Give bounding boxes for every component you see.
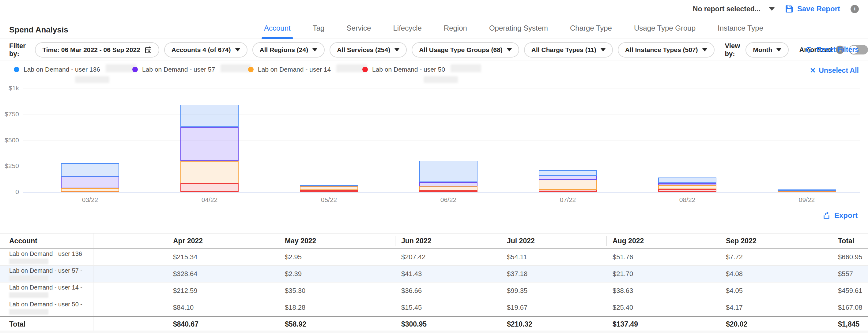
gridline-0 — [23, 192, 860, 193]
bar-segment-lab-on-demand-user-14[interactable] — [419, 187, 477, 190]
total-cell-sep-2022: $20.02 — [720, 320, 832, 328]
bar-group-07-22 — [539, 81, 597, 192]
cell-total: $557 — [832, 270, 868, 278]
legend-item-lab-on-demand-user-57[interactable]: Lab on Demand - user 57 — [132, 66, 251, 73]
column-header-sep-2022: Sep 2022 — [720, 234, 832, 248]
reset-filters-button[interactable]: Reset Filters — [805, 45, 859, 54]
filter-pill-all-charge-types[interactable]: All Charge Types (11) — [524, 42, 613, 58]
bar-segment-lab-on-demand-user-14[interactable] — [539, 180, 597, 190]
bar-segment-lab-on-demand-user-50[interactable] — [658, 189, 716, 192]
bar-segment-lab-on-demand-user-57[interactable] — [180, 127, 239, 161]
filter-pill-time-06-mar-2022-06-sep-2022[interactable]: Time: 06 Mar 2022 - 06 Sep 2022 — [35, 42, 159, 58]
cell-apr-2022: $328.64 — [167, 270, 279, 278]
legend-item-lab-on-demand-user-14[interactable]: Lab on Demand - user 14 — [248, 66, 367, 73]
bar-segment-lab-on-demand-user-57[interactable] — [419, 182, 477, 187]
redacted-text — [9, 292, 49, 298]
tab-region[interactable]: Region — [444, 18, 467, 39]
bar-group-08-22 — [658, 81, 716, 192]
cell-total: $459.61 — [832, 287, 868, 295]
bar-segment-lab-on-demand-user-50[interactable] — [539, 190, 597, 192]
column-header-aug-2022: Aug 2022 — [607, 234, 720, 248]
chevron-down-icon — [507, 48, 512, 52]
export-button[interactable]: Export — [823, 211, 858, 220]
tab-tag[interactable]: Tag — [313, 18, 325, 39]
bar-segment-lab-on-demand-user-50[interactable] — [419, 190, 477, 192]
filter-pill-all-services[interactable]: All Services (254) — [330, 42, 407, 58]
total-cell-aug-2022: $137.49 — [607, 320, 720, 328]
account-name: Lab on Demand - user 14 - — [9, 284, 93, 291]
reset-filters-label: Reset Filters — [816, 45, 859, 54]
unselect-all-label: Unselect All — [819, 66, 859, 75]
x-axis-label-03-22: 03/22 — [69, 196, 112, 203]
bar-segment-lab-on-demand-user-14[interactable] — [61, 188, 119, 192]
chart-legend: ✕ Unselect All Lab on Demand - user 136L… — [0, 61, 868, 81]
cell-apr-2022: $212.59 — [167, 287, 279, 295]
tab-account[interactable]: Account — [264, 18, 291, 39]
cell-aug-2022: $38.63 — [607, 287, 720, 295]
page-title: Spend Analysis — [9, 25, 68, 35]
bar-segment-lab-on-demand-user-14[interactable] — [300, 187, 358, 190]
legend-dot — [362, 67, 368, 72]
view-by-value: Month — [753, 46, 772, 54]
filter-bar: Filter by: Time: 06 Mar 2022 - 06 Sep 20… — [0, 39, 868, 61]
bar-segment-lab-on-demand-user-14[interactable] — [180, 161, 239, 183]
tab-instance-type[interactable]: Instance Type — [718, 18, 763, 39]
bar-segment-lab-on-demand-user-57[interactable] — [61, 176, 119, 188]
info-icon[interactable]: i — [850, 5, 859, 13]
view-by-dropdown[interactable]: Month — [745, 42, 789, 58]
cell-total: $660.95 — [832, 253, 868, 261]
bar-segment-lab-on-demand-user-136[interactable] — [61, 163, 119, 176]
filter-pill-accounts-4[interactable]: Accounts 4 (of 674) — [164, 42, 247, 58]
report-selector[interactable]: No report selected... — [693, 5, 775, 13]
bar-segment-lab-on-demand-user-136[interactable] — [778, 190, 836, 191]
cell-sep-2022: $4.08 — [720, 270, 832, 278]
bar-segment-lab-on-demand-user-136[interactable] — [419, 161, 477, 182]
bar-group-04-22 — [180, 81, 239, 192]
tab-lifecycle[interactable]: Lifecycle — [393, 18, 422, 39]
y-axis-tick: $750 — [0, 110, 19, 118]
cell-jul-2022: $54.11 — [501, 253, 607, 261]
bar-segment-lab-on-demand-user-136[interactable] — [539, 170, 597, 176]
filter-pill-all-usage-type-groups[interactable]: All Usage Type Groups (68) — [412, 42, 519, 58]
bar-segment-lab-on-demand-user-57[interactable] — [658, 183, 716, 185]
save-report-button[interactable]: Save Report — [785, 5, 840, 13]
cell-jun-2022: $207.42 — [395, 253, 501, 261]
filter-pill-label: Accounts 4 (of 674) — [172, 46, 231, 54]
cell-may-2022: $18.28 — [279, 304, 395, 311]
account-cell: Lab on Demand - user 57 - — [0, 266, 93, 282]
x-axis-label-04-22: 04/22 — [188, 196, 231, 203]
tab-service[interactable]: Service — [346, 18, 371, 39]
filter-pill-all-instance-types[interactable]: All Instance Types (507) — [618, 42, 715, 58]
legend-item-lab-on-demand-user-136[interactable]: Lab on Demand - user 136 — [14, 66, 136, 73]
bar-segment-lab-on-demand-user-136[interactable] — [300, 185, 358, 186]
tab-usage-type-group[interactable]: Usage Type Group — [634, 18, 695, 39]
filter-pill-label: Time: 06 Mar 2022 - 06 Sep 2022 — [42, 46, 140, 54]
bar-segment-lab-on-demand-user-136[interactable] — [180, 105, 239, 127]
total-cell-may-2022: $58.92 — [279, 320, 395, 328]
filter-pills: Time: 06 Mar 2022 - 06 Sep 2022Accounts … — [35, 42, 714, 58]
bar-segment-lab-on-demand-user-14[interactable] — [658, 185, 716, 189]
bar-segment-lab-on-demand-user-50[interactable] — [300, 190, 358, 192]
y-axis-tick: $500 — [0, 136, 19, 144]
bar-segment-lab-on-demand-user-50[interactable] — [180, 183, 239, 192]
total-cell-apr-2022: $840.67 — [167, 320, 279, 328]
filter-pill-label: All Regions (24) — [260, 46, 308, 54]
legend-item-lab-on-demand-user-50[interactable]: Lab on Demand - user 50 — [362, 66, 481, 73]
bar-segment-lab-on-demand-user-57[interactable] — [539, 176, 597, 180]
calendar-icon — [145, 46, 152, 54]
redacted-text — [106, 64, 136, 72]
tab-operating-system[interactable]: Operating System — [489, 18, 548, 39]
unselect-all-button[interactable]: ✕ Unselect All — [810, 66, 859, 75]
filter-pill-all-regions[interactable]: All Regions (24) — [252, 42, 325, 58]
chevron-down-icon — [312, 48, 317, 52]
cell-may-2022: $2.95 — [279, 253, 395, 261]
column-header-may-2022: May 2022 — [279, 234, 395, 248]
total-cell-total: $1,845 — [832, 320, 868, 328]
legend-dot — [132, 67, 138, 72]
legend-label: Lab on Demand - user 50 — [372, 66, 445, 73]
bar-segment-lab-on-demand-user-136[interactable] — [658, 177, 716, 183]
cell-sep-2022: $4.05 — [720, 287, 832, 295]
x-axis-label-05-22: 05/22 — [308, 196, 350, 203]
tab-charge-type[interactable]: Charge Type — [570, 18, 612, 39]
account-cell: Lab on Demand - user 136 - — [0, 249, 93, 265]
